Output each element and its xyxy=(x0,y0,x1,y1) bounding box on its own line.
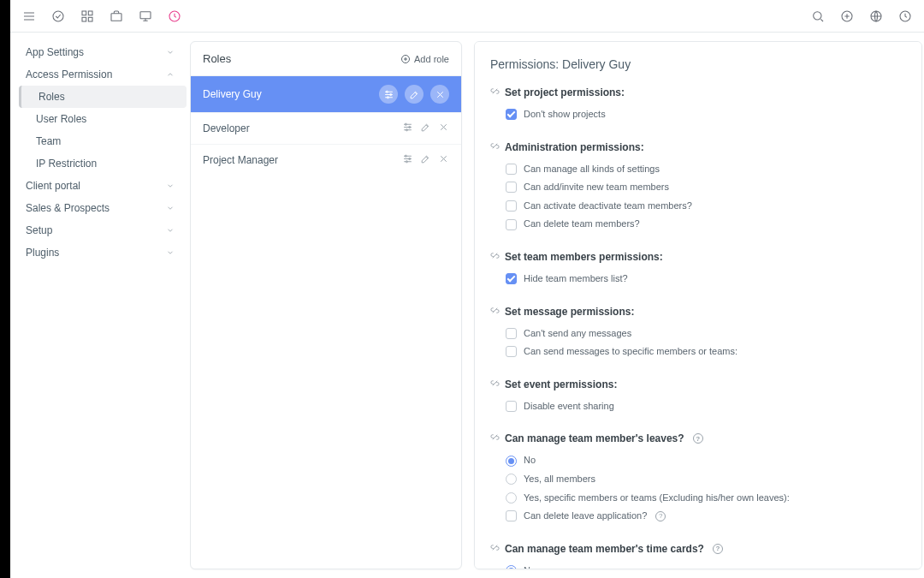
role-row[interactable]: Project Manager xyxy=(191,145,461,176)
svg-rect-3 xyxy=(82,17,86,21)
nav-sales-prospects[interactable]: Sales & Prospects xyxy=(14,197,187,219)
monitor-icon[interactable] xyxy=(139,9,152,23)
perm-option[interactable]: Disable event sharing xyxy=(490,397,906,416)
perm-option[interactable]: Yes, all members xyxy=(490,470,906,489)
sidebar-item-user-roles[interactable]: User Roles xyxy=(19,108,187,130)
svg-rect-1 xyxy=(82,11,86,15)
perm-option-label: Can't send any messages xyxy=(524,326,631,342)
perm-group-title: Set message permissions: xyxy=(490,306,906,318)
svg-rect-4 xyxy=(88,17,92,21)
checkbox-input[interactable] xyxy=(506,109,517,120)
perm-option[interactable]: Yes, specific members or teams (Excludin… xyxy=(490,489,906,508)
perm-option[interactable]: Can send messages to specific members or… xyxy=(490,343,906,361)
briefcase-icon[interactable] xyxy=(110,9,123,23)
nav-app-settings[interactable]: App Settings xyxy=(14,41,187,63)
role-name: Delivery Guy xyxy=(203,88,262,100)
perm-option[interactable]: Hide team members list? xyxy=(490,270,906,289)
radio-input[interactable] xyxy=(506,565,517,569)
help-icon[interactable]: ? xyxy=(713,544,723,554)
perm-option[interactable]: No xyxy=(490,451,906,470)
close-icon[interactable] xyxy=(438,153,449,167)
perm-option-label: Can add/invite new team members xyxy=(524,180,669,195)
perm-option[interactable]: Can manage all kinds of settings xyxy=(490,160,906,179)
svg-point-8 xyxy=(814,11,821,19)
chevron-up-icon xyxy=(166,70,175,79)
checkbox-input[interactable] xyxy=(506,510,517,521)
close-icon[interactable] xyxy=(430,85,449,104)
perm-option[interactable]: Can't send any messages xyxy=(490,325,906,343)
close-icon[interactable] xyxy=(438,122,449,135)
svg-rect-2 xyxy=(88,11,92,15)
clock-alert-icon[interactable] xyxy=(168,9,181,23)
chevron-down-icon xyxy=(166,204,175,212)
checkbox-input[interactable] xyxy=(506,219,517,230)
perm-option[interactable]: Can activate deactivate team members? xyxy=(490,197,906,216)
roles-title: Roles xyxy=(203,52,231,65)
settings-sidebar: App Settings Access Permission RolesUser… xyxy=(10,33,190,578)
sidebar-item-label: User Roles xyxy=(36,113,86,125)
perm-option-label: No xyxy=(524,453,536,468)
nav-plugins[interactable]: Plugins xyxy=(14,241,187,264)
perm-option-label: Can manage all kinds of settings xyxy=(524,162,660,177)
history-icon[interactable] xyxy=(898,9,912,23)
help-icon[interactable]: ? xyxy=(655,511,666,521)
check-circle-icon[interactable] xyxy=(51,9,65,23)
checkbox-input[interactable] xyxy=(506,346,517,357)
perm-group-title: Set team members permissions: xyxy=(490,251,906,263)
checkbox-input[interactable] xyxy=(506,401,517,412)
role-row[interactable]: Developer xyxy=(191,113,461,145)
perm-option-label: Disable event sharing xyxy=(524,399,614,414)
plus-icon xyxy=(400,54,411,64)
perm-option[interactable]: No xyxy=(490,562,906,569)
globe-icon[interactable] xyxy=(869,9,883,23)
nav-label: Plugins xyxy=(26,247,59,259)
checkbox-input[interactable] xyxy=(506,328,517,339)
sidebar-item-label: Roles xyxy=(38,91,65,103)
perm-group-title: Can manage team member's time cards?? xyxy=(490,543,906,555)
link-icon xyxy=(490,543,500,555)
sidebar-item-team[interactable]: Team xyxy=(19,130,187,152)
checkbox-input[interactable] xyxy=(506,164,517,175)
radio-input[interactable] xyxy=(506,474,517,485)
sliders-icon[interactable] xyxy=(402,122,413,135)
edit-icon[interactable] xyxy=(420,153,431,167)
sidebar-item-label: Team xyxy=(36,135,61,147)
radio-input[interactable] xyxy=(506,456,517,467)
checkbox-input[interactable] xyxy=(506,200,517,212)
nav-label: Access Permission xyxy=(26,69,112,80)
chevron-down-icon xyxy=(166,48,175,57)
checkbox-input[interactable] xyxy=(506,273,517,284)
perm-option[interactable]: Don't show projects xyxy=(490,105,906,124)
help-icon[interactable]: ? xyxy=(693,433,703,444)
edit-icon[interactable] xyxy=(405,85,424,104)
sliders-icon[interactable] xyxy=(379,85,398,104)
perm-group: Can manage team member's time cards??NoY… xyxy=(490,543,906,569)
chevron-down-icon xyxy=(166,248,175,257)
perm-option[interactable]: Can delete leave application?? xyxy=(490,507,906,526)
add-role-button[interactable]: Add role xyxy=(400,54,449,64)
perm-group: Can manage team member's leaves??NoYes, … xyxy=(490,432,906,525)
perm-group: Set team members permissions:Hide team m… xyxy=(490,251,906,289)
perm-group: Set event permissions:Disable event shar… xyxy=(490,378,906,416)
perm-option[interactable]: Can delete team members? xyxy=(490,215,906,234)
perm-option-label: Yes, specific members or teams (Excludin… xyxy=(524,491,790,506)
sidebar-item-roles[interactable]: Roles xyxy=(19,86,187,108)
sliders-icon[interactable] xyxy=(402,153,413,167)
checkbox-input[interactable] xyxy=(506,182,517,193)
edit-icon[interactable] xyxy=(420,122,431,135)
link-icon xyxy=(490,378,500,390)
grid-icon[interactable] xyxy=(80,9,94,23)
search-icon[interactable] xyxy=(811,9,825,23)
menu-icon[interactable] xyxy=(22,9,36,23)
permissions-panel: Permissions: Delivery Guy Set project pe… xyxy=(474,41,922,569)
nav-access-permission[interactable]: Access Permission xyxy=(14,63,187,86)
sidebar-item-ip-restriction[interactable]: IP Restriction xyxy=(19,152,187,175)
nav-setup[interactable]: Setup xyxy=(14,219,187,241)
perm-option[interactable]: Can add/invite new team members xyxy=(490,178,906,197)
role-row[interactable]: Delivery Guy xyxy=(191,76,461,113)
perm-group-title: Set project permissions: xyxy=(490,86,906,98)
plus-circle-icon[interactable] xyxy=(840,9,854,23)
perm-group-title: Set event permissions: xyxy=(490,378,906,390)
radio-input[interactable] xyxy=(506,492,517,504)
nav-client-portal[interactable]: Client portal xyxy=(14,175,187,197)
